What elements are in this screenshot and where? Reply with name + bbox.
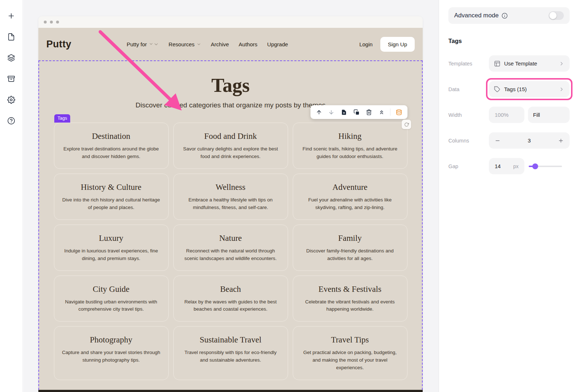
use-template-button[interactable]: Use Template <box>489 55 570 72</box>
info-icon[interactable] <box>502 13 508 19</box>
columns-increment-button[interactable] <box>554 134 567 147</box>
copy-icon <box>354 109 360 115</box>
refresh-button[interactable] <box>402 120 411 129</box>
rail-layers-button[interactable] <box>7 54 16 62</box>
rail-archive-button[interactable] <box>7 74 16 83</box>
chevron-down-icon <box>196 42 201 47</box>
rail-help-button[interactable] <box>7 116 16 125</box>
move-down-button[interactable] <box>327 108 335 116</box>
slider-knob[interactable] <box>532 163 538 169</box>
tag-card[interactable]: WellnessEmbrace a healthy lifestyle with… <box>173 174 288 220</box>
minus-icon <box>495 138 500 144</box>
left-rail <box>0 0 23 392</box>
tag-card-title: Destination <box>62 132 161 141</box>
rail-pages-button[interactable] <box>7 33 16 41</box>
nav-item[interactable]: Resources <box>169 41 201 47</box>
nav-item[interactable]: Upgrade <box>267 41 288 47</box>
tag-card[interactable]: Events & FestivalsCelebrate the vibrant … <box>293 276 407 322</box>
data-row: Data Tags (15) <box>448 81 570 97</box>
tag-card[interactable]: Sustainable TravelTravel responsibly wit… <box>173 326 288 380</box>
tag-card-description: Dive into the rich history and cultural … <box>62 196 161 212</box>
tag-card-description: Capture and share your travel stories th… <box>62 349 161 364</box>
width-input[interactable]: 100% <box>489 107 524 123</box>
arrow-up-icon <box>316 109 322 115</box>
tag-card-title: Beach <box>181 285 280 294</box>
tag-card-description: Embrace a healthy lifestyle with tips on… <box>181 196 280 212</box>
advanced-mode-box: Advanced mode <box>448 7 570 24</box>
collapse-button[interactable] <box>378 108 386 116</box>
chevron-down-icon <box>149 42 159 47</box>
tag-card[interactable]: BeachRelax by the waves with guides to t… <box>173 276 288 322</box>
gap-slider[interactable] <box>529 163 562 169</box>
gap-input[interactable]: 14 px <box>489 158 524 174</box>
nav-item[interactable]: Archive <box>211 41 229 47</box>
columns-row: Columns 3 <box>448 132 570 149</box>
tag-card-title: Adventure <box>300 183 400 192</box>
duplicate-button[interactable] <box>352 108 360 116</box>
preview-window: Putty Putty forResourcesArchiveAuthorsUp… <box>38 16 423 392</box>
file-icon <box>7 33 15 41</box>
tag-card-title: Travel Tips <box>300 335 400 345</box>
tag-card-description: Relax by the waves with guides to the be… <box>181 298 280 314</box>
tag-card-description: Indulge in luxurious travel experiences,… <box>62 247 161 263</box>
toggle-knob <box>549 12 557 19</box>
tag-icon <box>494 86 500 93</box>
site-nav: Putty forResourcesArchiveAuthorsUpgrade <box>127 41 288 47</box>
tag-card-title: Nature <box>181 234 280 243</box>
login-button[interactable]: Login <box>359 41 373 47</box>
width-label: Width <box>448 112 489 118</box>
advanced-mode-label: Advanced mode <box>454 12 499 19</box>
use-template-label: Use Template <box>504 60 537 67</box>
site-header: Putty Putty forResourcesArchiveAuthorsUp… <box>38 28 423 60</box>
tag-card-title: Sustainable Travel <box>181 335 280 345</box>
tag-card[interactable]: PhotographyCapture and share your travel… <box>54 326 169 380</box>
advanced-mode-toggle[interactable] <box>549 11 564 20</box>
tag-card[interactable]: AdventureFuel your adrenaline with activ… <box>293 174 407 220</box>
chevron-right-icon <box>559 61 565 67</box>
gear-icon <box>7 96 15 104</box>
tag-card-title: Food and Drink <box>181 132 280 141</box>
chevron-right-icon <box>559 86 565 92</box>
width-mode-value: Fill <box>533 112 540 118</box>
chevron-right-icon <box>559 61 565 67</box>
window-dot <box>56 21 59 24</box>
nav-item[interactable]: Putty for <box>127 41 159 47</box>
tag-card[interactable]: History & CultureDive into the rich hist… <box>54 174 169 220</box>
plus-icon <box>558 138 564 144</box>
archive-icon <box>7 75 15 83</box>
tag-card[interactable]: Travel TipsGet practical advice on packi… <box>293 326 407 380</box>
move-up-button[interactable] <box>315 108 323 116</box>
tag-card-description: Travel responsibly with tips for eco-fri… <box>181 349 280 364</box>
tag-card[interactable]: DestinationExplore travel destinations a… <box>54 123 169 169</box>
columns-decrement-button[interactable] <box>491 134 504 147</box>
tag-card[interactable]: City GuideNavigate bustling urban enviro… <box>54 276 169 322</box>
rail-new-button[interactable] <box>7 12 16 20</box>
layers-icon <box>7 54 15 62</box>
delete-button[interactable] <box>365 108 373 116</box>
site-logo: Putty <box>46 39 71 50</box>
rail-settings-button[interactable] <box>7 95 16 104</box>
data-source-button[interactable] <box>395 108 403 116</box>
tag-card[interactable]: HikingFind scenic trails, hiking tips, a… <box>293 123 407 169</box>
signup-button[interactable]: Sign Up <box>380 37 415 52</box>
site-footer-edge <box>38 390 423 392</box>
tag-card-description: Explore travel destinations around the g… <box>62 145 161 161</box>
tag-card[interactable]: Food and DrinkSavor culinary delights an… <box>173 123 288 169</box>
data-label: Data <box>448 86 489 92</box>
columns-value: 3 <box>528 137 531 144</box>
tag-card-description: Savor culinary delights and explore the … <box>181 145 280 161</box>
tag-card[interactable]: FamilyDiscover family-friendly destinati… <box>293 225 407 271</box>
tag-card-title: Events & Festivals <box>300 285 400 294</box>
tag-card-title: History & Culture <box>62 183 161 192</box>
tag-card[interactable]: NatureReconnect with the natural world t… <box>173 225 288 271</box>
add-to-page-button[interactable] <box>340 108 348 116</box>
tag-card[interactable]: LuxuryIndulge in luxurious travel experi… <box>54 225 169 271</box>
window-dot <box>44 21 47 24</box>
gap-label: Gap <box>448 163 489 169</box>
width-mode-select[interactable]: Fill <box>528 107 570 123</box>
help-icon <box>7 117 15 125</box>
section-title: Tags <box>39 74 422 97</box>
data-source-label: Tags (15) <box>504 86 527 92</box>
data-source-button[interactable]: Tags (15) <box>489 81 570 97</box>
nav-item[interactable]: Authors <box>239 41 258 47</box>
